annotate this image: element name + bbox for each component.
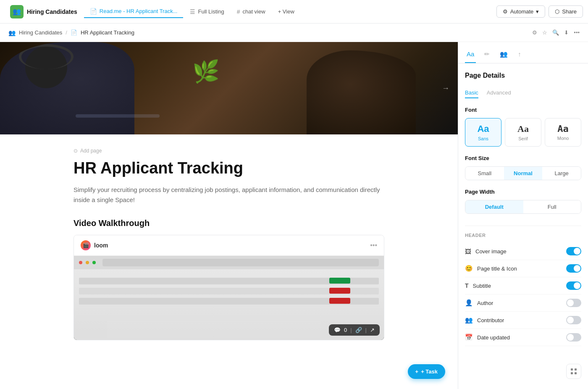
task-fab[interactable]: + + Task [408, 364, 445, 379]
mock-badge-1 [329, 288, 350, 294]
add-page-label: Add page [80, 148, 102, 154]
add-page-hint[interactable]: ⊙ Add page [74, 148, 384, 154]
size-normal[interactable]: Normal [504, 167, 543, 180]
breadcrumb-parent[interactable]: Hiring Candidates [19, 29, 62, 36]
app-logo[interactable]: 👥 Hiring Candidates [5, 5, 82, 18]
mock-badge-green [329, 278, 350, 284]
tab-readme-icon: 📄 [90, 8, 97, 15]
tab-readme[interactable]: 📄 Read.me - HR Applicant Track... [84, 5, 184, 18]
breadcrumb-actions: ⚙ ☆ 🔍 ⬇ ••• [532, 29, 580, 36]
panel-content: Page Details Basic Advanced Font Aa Sans… [458, 63, 588, 355]
font-sans-big: Aa [469, 124, 498, 134]
toggle-cover-image: 🖼 Cover image [465, 243, 581, 260]
star-icon[interactable]: ☆ [542, 29, 547, 36]
toggle-author-switch[interactable] [566, 299, 581, 307]
panel-tab-share[interactable]: 👥 [498, 47, 509, 63]
cover-image[interactable]: 🌿 → [0, 42, 458, 134]
video-card-menu-icon[interactable]: ••• [370, 242, 377, 249]
width-full[interactable]: Full [523, 200, 581, 213]
breadcrumb-parent-icon: 👥 [8, 29, 16, 36]
panel-tab-format[interactable]: Aa [465, 47, 476, 63]
tab-full-listing-icon: ☰ [190, 8, 195, 15]
mock-url-bar [102, 259, 379, 266]
search-icon[interactable]: 🔍 [552, 29, 559, 36]
size-normal-label: Normal [514, 170, 533, 176]
author-icon: 👤 [465, 299, 473, 307]
toggle-date-updated-left: 📅 Date updated [465, 334, 510, 341]
cover-image-icon: 🖼 [465, 248, 471, 255]
plant-decoration: 🌿 [192, 59, 220, 84]
video-toolbar: 💬 0 | 🔗 | ↗ [329, 324, 380, 336]
tab-readme-label: Read.me - HR Applicant Track... [100, 8, 178, 14]
external-link-icon[interactable]: ↗ [370, 327, 375, 333]
toggle-page-title-switch[interactable] [566, 264, 581, 273]
author-label: Author [477, 300, 493, 306]
page-title: HR Applicant Tracking [74, 159, 384, 178]
sub-tab-basic[interactable]: Basic [465, 88, 478, 98]
sub-tabs: Basic Advanced [465, 88, 581, 98]
comment-icon[interactable]: 💬 [334, 327, 341, 333]
font-option-sans[interactable]: Aa Sans [465, 118, 501, 147]
person-left-silhouette [0, 42, 134, 134]
font-option-serif[interactable]: Aa Serif [505, 118, 541, 147]
mock-browser-bar [74, 256, 384, 269]
sub-tab-advanced[interactable]: Advanced [487, 88, 511, 98]
toggle-author-left: 👤 Author [465, 299, 493, 307]
automate-chevron-icon: ▾ [536, 8, 539, 15]
width-full-label: Full [548, 204, 556, 210]
font-serif-sub: Serif [509, 136, 538, 141]
video-card-header: 🎬 loom ••• [74, 235, 384, 256]
cover-arrow-icon[interactable]: → [442, 84, 449, 93]
date-updated-label: Date updated [477, 334, 510, 341]
font-mono-big: Aa [549, 124, 578, 134]
person-right-silhouette [307, 50, 416, 134]
toggle-cover-image-switch[interactable] [566, 247, 581, 255]
tab-chat-view[interactable]: # chat view [231, 6, 271, 18]
breadcrumb-separator: / [66, 29, 67, 36]
toggle-subtitle-switch[interactable] [566, 281, 581, 290]
sub-tab-basic-label: Basic [465, 89, 478, 96]
toggle-contributor-left: 👥 Contributor [465, 316, 504, 324]
page-title-icon: 😊 [465, 265, 473, 272]
add-page-icon: ⊙ [74, 148, 78, 154]
font-option-mono[interactable]: Aa Mono [545, 118, 581, 147]
app-grid-icon[interactable] [566, 364, 581, 379]
cover-image-label: Cover image [475, 248, 507, 255]
page-content: ⊙ Add page HR Applicant Tracking Simplif… [48, 134, 410, 357]
automate-button[interactable]: ⚙ Automate ▾ [496, 5, 546, 18]
settings-icon[interactable]: ⚙ [532, 29, 537, 36]
toggle-contributor-switch[interactable] [566, 316, 581, 324]
font-size-label: Font Size [465, 155, 581, 161]
tab-add-view[interactable]: + View [272, 6, 300, 17]
size-large[interactable]: Large [542, 167, 581, 180]
mock-minimize-dot [86, 261, 89, 264]
link-icon[interactable]: 🔗 [355, 327, 362, 333]
panel-section-title: Page Details [465, 72, 581, 79]
subtitle-label: Subtitle [473, 283, 491, 289]
font-sans-sub: Sans [469, 136, 498, 141]
svg-rect-2 [571, 372, 573, 374]
tab-full-listing[interactable]: ☰ Full Listing [184, 6, 230, 18]
section-heading-video: Video Walkthrough [74, 218, 384, 228]
width-default[interactable]: Default [465, 200, 523, 213]
toggle-date-updated-switch[interactable] [566, 333, 581, 342]
video-preview[interactable]: 💬 0 | 🔗 | ↗ [74, 256, 384, 340]
font-serif-big: Aa [509, 124, 538, 134]
task-fab-icon: + [415, 368, 419, 375]
app-name: Hiring Candidates [27, 8, 77, 15]
panel-tabs: Aa ✏ 👥 ↑ [458, 42, 588, 63]
font-size-options: Small Normal Large [465, 166, 581, 180]
font-mono-sub: Mono [549, 136, 578, 141]
download-icon[interactable]: ⬇ [564, 29, 569, 36]
toggle-subtitle-left: T Subtitle [465, 282, 491, 289]
section-divider [465, 226, 581, 226]
grid-icon-svg [570, 368, 577, 375]
more-options-icon[interactable]: ••• [574, 29, 580, 36]
panel-tab-edit[interactable]: ✏ [483, 47, 491, 63]
loom-icon: 🎬 [81, 240, 91, 250]
toolbar-divider2: | [365, 327, 367, 333]
toggle-contributor: 👥 Contributor [465, 312, 581, 329]
share-button[interactable]: ⬡ Share [549, 5, 583, 18]
panel-tab-export[interactable]: ↑ [516, 47, 523, 63]
size-small[interactable]: Small [465, 167, 504, 180]
